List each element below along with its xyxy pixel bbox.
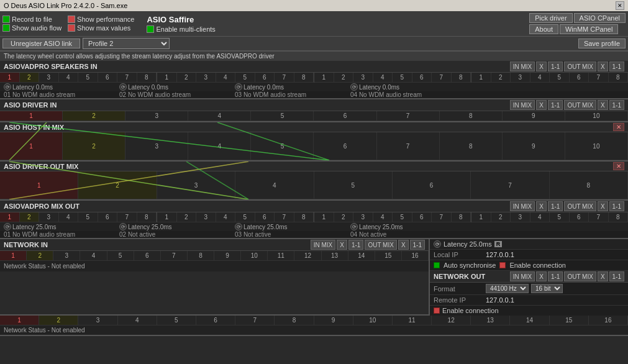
- speakers-in-latency-row: ⟳ Latency 0.0ms ⟳ Latency 0.0ms ⟳ Latenc…: [0, 83, 628, 91]
- show-perf-row[interactable]: Show performance: [68, 16, 134, 23]
- speakers-in-1to1-btn[interactable]: 1-1: [548, 61, 563, 71]
- network-in-x-btn[interactable]: X: [337, 240, 347, 250]
- driver-out-mix-close[interactable]: ✕: [613, 162, 624, 170]
- mo-21: 5: [393, 212, 412, 222]
- network-out-1to1-btn[interactable]: 1-1: [548, 271, 563, 281]
- host-in-mix-close[interactable]: ✕: [613, 123, 624, 131]
- network-in-1to1-btn[interactable]: 1-1: [348, 240, 363, 250]
- network-in-out-1to1-btn[interactable]: 1-1: [410, 240, 425, 250]
- stream-4: 04 No WDM audio stream: [350, 91, 462, 98]
- bit-depth-select[interactable]: 16 bit 24 bit 32 bit: [531, 284, 563, 293]
- driver-in-channels: 1 2 3 4 5 6 7 8 9 10: [0, 111, 628, 121]
- network-status-text: Network Status - Not enabled: [4, 263, 85, 270]
- show-perf-checkbox[interactable]: [68, 16, 75, 23]
- format-select[interactable]: 44100 Hz 48000 Hz: [486, 284, 529, 293]
- ni-13: 13: [322, 251, 348, 261]
- network-out-out-1to1-btn[interactable]: 1-1: [609, 271, 624, 281]
- dom-3: 3: [157, 171, 235, 199]
- network-out-out-mix-btn[interactable]: OUT MIX: [564, 271, 596, 281]
- ni-6: 6: [134, 251, 161, 261]
- mix-out-in-mix-btn[interactable]: IN MIX: [510, 201, 535, 211]
- network-out-x-btn[interactable]: X: [536, 271, 547, 281]
- profile-select[interactable]: Profile 2 Profile 1 Profile 3: [83, 38, 170, 49]
- dom-4: 4: [235, 171, 314, 199]
- mo-latency-icon-2[interactable]: ⟳: [119, 223, 127, 230]
- latency-icon-2[interactable]: ⟳: [119, 83, 127, 91]
- him-1: 1: [0, 132, 63, 160]
- driver-in-1to1-btn[interactable]: 1-1: [548, 100, 563, 110]
- mix-out-out-mix-btn[interactable]: OUT MIX: [564, 201, 596, 211]
- mo-9: 1: [157, 212, 177, 222]
- mix-out-out-x-btn[interactable]: X: [598, 201, 608, 211]
- speakers-in-out-x-btn[interactable]: X: [598, 61, 608, 71]
- close-button[interactable]: ✕: [616, 1, 624, 10]
- speakers-in-out-1to1-btn[interactable]: 1-1: [609, 61, 624, 71]
- mo-8: 8: [137, 212, 157, 222]
- ch-14: 6: [255, 73, 275, 83]
- dom-2: 2: [78, 171, 157, 199]
- latency-icon-3[interactable]: ⟳: [235, 83, 242, 91]
- winmm-cpanel-button[interactable]: WinMM CPanel: [560, 24, 618, 34]
- network-in-out-x-btn[interactable]: X: [398, 240, 409, 250]
- driver-out-mix-title: ASIO DRIVER OUT MIX: [4, 163, 78, 170]
- speakers-in-x-btn[interactable]: X: [536, 61, 547, 71]
- din-9: 9: [503, 111, 565, 121]
- audio-flow-checkbox[interactable]: [2, 24, 10, 32]
- asiovadpro-mix-out-section: ASIOVADPRO MIX OUT IN MIX X 1-1 OUT MIX …: [0, 201, 628, 239]
- latency-3-text: Latency 0.0ms: [243, 84, 284, 91]
- mo-latency-icon-4[interactable]: ⟳: [350, 223, 358, 230]
- network-out-out-x-btn[interactable]: X: [598, 271, 608, 281]
- driver-in-x-btn[interactable]: X: [536, 100, 547, 110]
- toolbar-checks: Record to file Show audio flow: [2, 16, 61, 32]
- unregister-button[interactable]: Unregister ASIO link: [2, 39, 80, 48]
- din-5: 5: [251, 111, 314, 121]
- ni-12: 12: [294, 251, 321, 261]
- latency-item-2: ⟳ Latency 0.0ms: [119, 83, 231, 91]
- unregister-row: Unregister ASIO link Profile 2 Profile 1…: [0, 37, 628, 51]
- no-9: 9: [314, 316, 353, 325]
- mix-out-x-btn[interactable]: X: [536, 201, 547, 211]
- mo-13: 5: [235, 212, 255, 222]
- network-out-in-mix-btn[interactable]: IN MIX: [510, 271, 535, 281]
- latency-icon-1[interactable]: ⟳: [4, 83, 11, 91]
- remote-ip-row: Remote IP 127.0.0.1: [430, 295, 628, 306]
- about-button[interactable]: About: [529, 24, 558, 34]
- mo-latency-icon-3[interactable]: ⟳: [235, 223, 242, 230]
- din-4: 4: [188, 111, 251, 121]
- mix-out-1to1-btn[interactable]: 1-1: [548, 201, 563, 211]
- network-in-out-mix-btn[interactable]: OUT MIX: [365, 240, 396, 250]
- mo-5: 5: [78, 212, 98, 222]
- network-in-in-mix-btn[interactable]: IN MIX: [311, 240, 336, 250]
- him-3: 3: [125, 132, 188, 160]
- save-profile-button[interactable]: Save profile: [578, 39, 626, 48]
- audio-flow-check-row[interactable]: Show audio flow: [2, 24, 61, 32]
- mix-out-out-1to1-btn[interactable]: 1-1: [609, 201, 624, 211]
- ch-32: 8: [609, 73, 629, 83]
- top-btns: Pick driver ASIO CPanel: [529, 13, 626, 23]
- mo-10: 2: [177, 212, 197, 222]
- speakers-in-out-mix-btn[interactable]: OUT MIX: [564, 61, 596, 71]
- mo-26: 2: [491, 212, 511, 222]
- driver-in-out-mix-btn[interactable]: OUT MIX: [564, 100, 596, 110]
- show-max-checkbox[interactable]: [68, 24, 75, 32]
- mo-12: 4: [216, 212, 236, 222]
- enable-conn-dot: [499, 262, 506, 268]
- driver-in-out-1to1-btn[interactable]: 1-1: [609, 100, 624, 110]
- record-check-row[interactable]: Record to file: [2, 16, 61, 23]
- show-max-row[interactable]: Show max values: [68, 24, 134, 32]
- latency-icon-4[interactable]: ⟳: [350, 83, 358, 91]
- net-latency-icon[interactable]: ⟳: [434, 240, 441, 248]
- driver-in-mix-btn[interactable]: IN MIX: [510, 100, 535, 110]
- asio-cpanel-button[interactable]: ASIO CPanel: [574, 13, 626, 23]
- driver-in-header: ASIO DRIVER IN IN MIX X 1-1 OUT MIX X 1-…: [0, 99, 628, 111]
- multi-client-row[interactable]: Enable multi-clients: [147, 25, 215, 33]
- multi-client-checkbox[interactable]: [147, 25, 154, 33]
- speakers-in-mix-btn[interactable]: IN MIX: [510, 61, 535, 71]
- record-checkbox[interactable]: [2, 16, 10, 23]
- enable-conn-dot2: [434, 307, 440, 314]
- mo-latency-icon-1[interactable]: ⟳: [4, 223, 11, 230]
- pick-driver-button[interactable]: Pick driver: [529, 13, 572, 23]
- mo-25: 1: [471, 212, 491, 222]
- din-1: 1: [0, 111, 63, 121]
- driver-in-out-x-btn[interactable]: X: [598, 100, 608, 110]
